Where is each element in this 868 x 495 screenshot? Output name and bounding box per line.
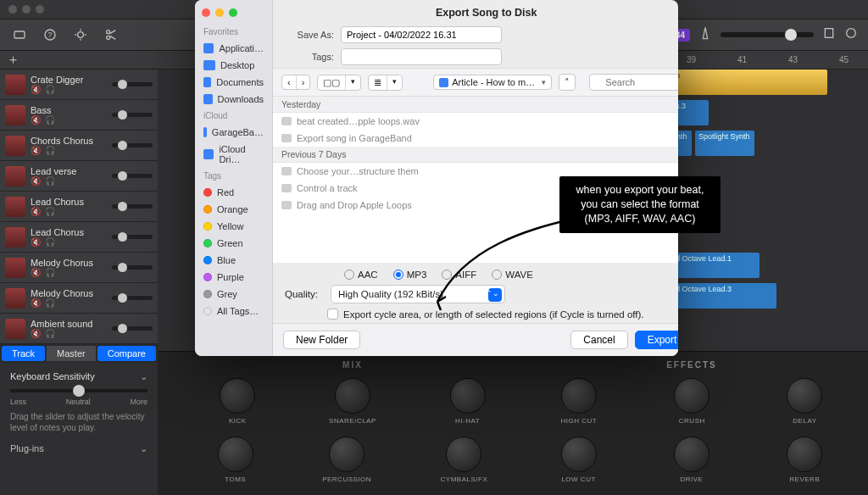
knob-reverb[interactable]: REVERB (787, 437, 822, 483)
sidebar-tag[interactable]: Green (195, 235, 272, 252)
sidebar-item[interactable]: Downloads (195, 91, 272, 108)
sidebar-tag[interactable]: Red (195, 184, 272, 201)
dialog-traffic-lights[interactable] (195, 7, 272, 24)
knob-cymbals-fx[interactable]: CYMBALS/FX (441, 437, 488, 483)
mute-icon[interactable]: 🔇 (31, 85, 41, 94)
file-row[interactable]: beat created…pple loops.wav (273, 113, 678, 130)
knob-dial[interactable] (787, 437, 822, 472)
chevron-down-icon[interactable]: ⌄ (140, 443, 147, 454)
tags-input[interactable] (341, 48, 502, 65)
metronome-icon[interactable] (698, 26, 712, 43)
track-volume-slider[interactable] (112, 143, 153, 147)
track-row[interactable]: Lead verse 🔇 🎧 (0, 161, 158, 192)
knob-low-cut[interactable]: LOW CUT (561, 437, 597, 483)
loop-browser-icon[interactable] (844, 26, 858, 43)
headphones-icon[interactable]: 🎧 (45, 176, 55, 186)
track-row[interactable]: Melody Chorus 🔇 🎧 (0, 253, 158, 283)
scissors-icon[interactable] (102, 25, 120, 44)
headphones-icon[interactable]: 🎧 (45, 268, 55, 277)
sidebar-tag[interactable]: All Tags… (195, 303, 272, 320)
mute-icon[interactable]: 🔇 (31, 268, 41, 277)
knob-dial[interactable] (329, 437, 364, 472)
tab-compare[interactable]: Compare (97, 346, 156, 361)
radio-mp3[interactable]: MP3 (393, 270, 427, 280)
knob-toms[interactable]: TOMS (218, 437, 253, 483)
mute-icon[interactable]: 🔇 (31, 237, 41, 247)
sidebar-item[interactable]: Documents (195, 74, 272, 91)
knob-delay[interactable]: DELAY (787, 378, 822, 425)
track-volume-slider[interactable] (112, 326, 153, 331)
settings-icon[interactable] (71, 25, 90, 44)
mute-icon[interactable]: 🔇 (31, 146, 41, 155)
sidebar-tag[interactable]: Purple (195, 269, 272, 286)
master-volume-slider[interactable] (721, 32, 814, 37)
track-row[interactable]: Chords Chorus 🔇 🎧 (0, 131, 158, 161)
sidebar-tag[interactable]: Grey (195, 286, 272, 303)
knob-kick[interactable]: KICK (220, 378, 255, 425)
new-folder-button[interactable]: New Folder (283, 331, 360, 349)
track-volume-slider[interactable] (112, 174, 153, 178)
sidebar-item[interactable]: GarageBa… (195, 124, 272, 141)
mute-icon[interactable]: 🔇 (31, 207, 41, 216)
search-input[interactable] (589, 74, 678, 91)
knob-dial[interactable] (787, 378, 822, 414)
headphones-icon[interactable]: 🎧 (45, 207, 55, 216)
knob-dial[interactable] (674, 378, 709, 414)
track-row[interactable]: Melody Chorus 🔇 🎧 (0, 283, 158, 314)
audio-region[interactable]: Spotlight Synth (695, 131, 754, 156)
tab-master[interactable]: Master (47, 346, 96, 361)
headphones-icon[interactable]: 🎧 (45, 115, 55, 125)
mute-icon[interactable]: 🔇 (31, 115, 41, 125)
knob-dial[interactable] (446, 437, 481, 472)
track-volume-slider[interactable] (112, 296, 153, 300)
knob-crush[interactable]: CRUSH (674, 378, 709, 425)
sidebar-item[interactable]: Desktop (195, 57, 272, 74)
track-volume-slider[interactable] (112, 82, 153, 86)
track-row[interactable]: Ambient sound 🔇 🎧 (0, 314, 158, 344)
knob-dial[interactable] (220, 378, 255, 414)
sidebar-tag[interactable]: Orange (195, 201, 272, 218)
sidebar-item[interactable]: Applicati… (195, 40, 272, 57)
headphones-icon[interactable]: 🎧 (45, 85, 55, 94)
track-volume-slider[interactable] (112, 265, 153, 270)
knob-hi-hat[interactable]: HI-HAT (450, 378, 486, 425)
knob-dial[interactable] (450, 378, 486, 414)
sensitivity-slider[interactable] (10, 389, 147, 392)
group-by-button[interactable]: ≣▾ (368, 75, 403, 91)
mute-icon[interactable]: 🔇 (31, 329, 41, 338)
location-popup[interactable]: Article - How to make be… ▾ (433, 75, 552, 90)
notepad-icon[interactable] (822, 26, 836, 43)
headphones-icon[interactable]: 🎧 (45, 298, 55, 308)
knob-snare-clap[interactable]: SNARE/CLAP (329, 378, 376, 425)
export-button[interactable]: Export (635, 331, 678, 349)
knob-drive[interactable]: DRIVE (674, 437, 709, 483)
track-row[interactable]: Crate Digger 🔇 🎧 (0, 70, 158, 100)
sidebar-tag[interactable]: Blue (195, 252, 272, 269)
cancel-button[interactable]: Cancel (570, 331, 627, 349)
sidebar-tag[interactable]: Yellow (195, 218, 272, 235)
track-volume-slider[interactable] (112, 113, 153, 117)
view-mode-buttons[interactable]: ▢▢▾ (317, 75, 361, 91)
sidebar-item[interactable]: iCloud Dri… (195, 141, 272, 168)
track-row[interactable]: Lead Chorus 🔇 🎧 (0, 222, 158, 253)
knob-high-cut[interactable]: HIGH CUT (561, 378, 598, 425)
help-icon[interactable]: ? (41, 25, 59, 44)
headphones-icon[interactable]: 🎧 (45, 329, 55, 338)
radio-aac[interactable]: AAC (344, 270, 378, 280)
track-volume-slider[interactable] (112, 204, 153, 209)
knob-dial[interactable] (561, 437, 597, 472)
headphones-icon[interactable]: 🎧 (45, 146, 55, 155)
knob-dial[interactable] (335, 378, 370, 414)
save-as-input[interactable] (341, 26, 502, 43)
mute-icon[interactable]: 🔇 (31, 298, 41, 308)
track-volume-slider[interactable] (112, 235, 153, 239)
file-row[interactable]: Export song in GarageBand (273, 130, 678, 147)
knob-dial[interactable] (218, 437, 253, 472)
window-traffic-lights[interactable] (8, 5, 44, 14)
go-up-button[interactable]: ˄ (559, 74, 576, 91)
knob-dial[interactable] (561, 378, 597, 414)
tab-track[interactable]: Track (2, 346, 45, 361)
headphones-icon[interactable]: 🎧 (45, 237, 55, 247)
chevron-down-icon[interactable]: ⌄ (140, 371, 147, 382)
nav-back-forward[interactable]: ‹› (281, 75, 310, 90)
